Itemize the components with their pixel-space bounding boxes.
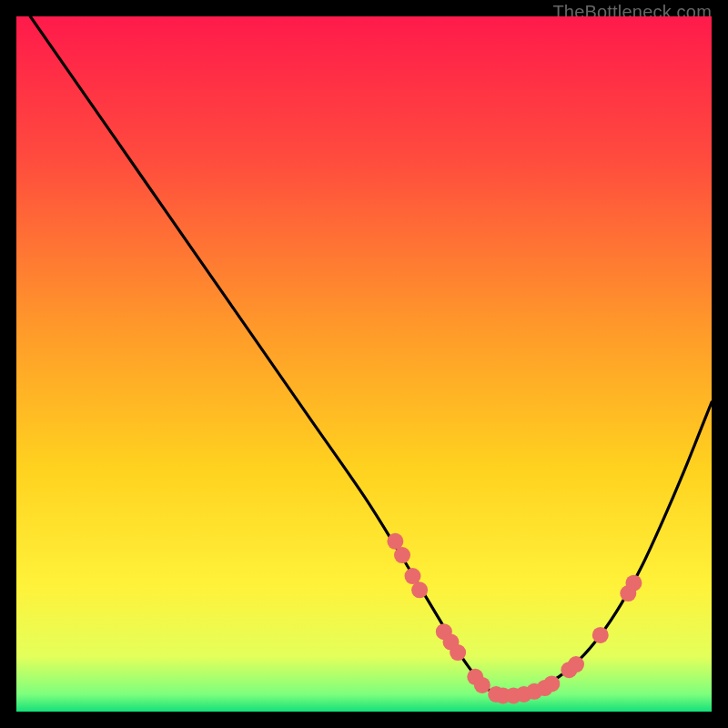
scatter-point: [394, 547, 410, 563]
scatter-point: [568, 656, 584, 672]
scatter-point: [474, 677, 490, 693]
scatter-point: [625, 575, 642, 592]
scatter-point: [543, 675, 560, 692]
scatter-point: [387, 533, 403, 550]
chart-frame: TheBottleneck.com: [16, 16, 712, 712]
chart-svg: [16, 16, 712, 712]
scatter-point: [411, 581, 428, 598]
gradient-background: [16, 16, 712, 712]
scatter-point: [404, 568, 420, 584]
scatter-point: [450, 644, 466, 661]
scatter-point: [592, 627, 609, 643]
